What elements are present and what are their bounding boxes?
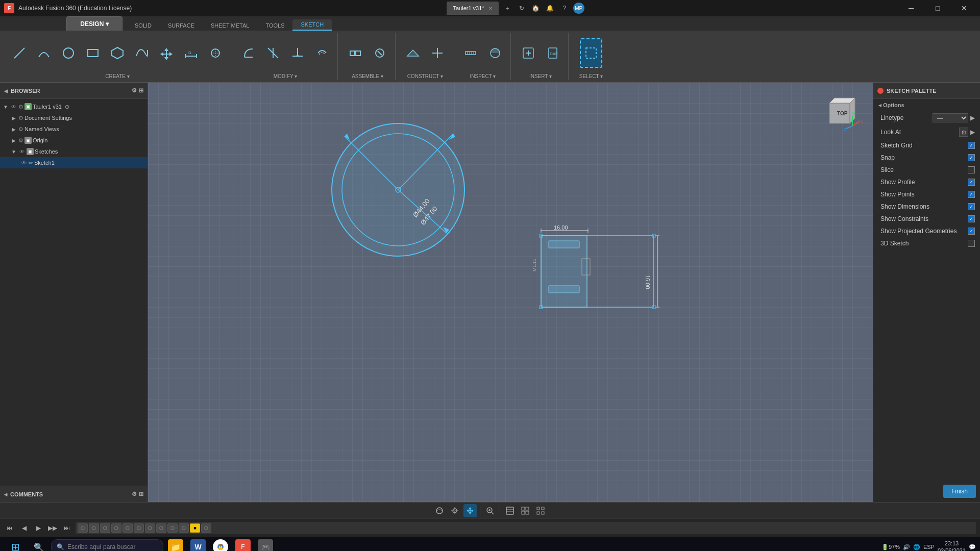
timeline-marker-10[interactable]: ⬡ (179, 523, 189, 533)
linetype-option[interactable]: Linetype — ▶ (873, 111, 980, 125)
toggle-named-views[interactable]: ▶ (10, 126, 17, 133)
timeline-marker-yellow[interactable]: ■ (190, 523, 200, 533)
comments-settings-icon[interactable]: ⚙ (132, 491, 137, 497)
timeline-marker-9[interactable]: ⬡ (167, 523, 178, 533)
tab-tools[interactable]: TOOLS (257, 20, 292, 31)
tab-sheetmetal[interactable]: SHEET METAL (203, 20, 257, 31)
timeline-marker-7[interactable]: ⬡ (145, 523, 155, 533)
insert-group-label[interactable]: INSERT ▾ (529, 73, 552, 80)
eye-root[interactable]: 👁 (10, 103, 17, 110)
timeline-play-button[interactable]: ▶ (33, 522, 44, 534)
options-section[interactable]: ◂ Options (873, 99, 980, 111)
3d-sketch-option[interactable]: 3D Sketch (873, 237, 980, 249)
extend-button[interactable] (286, 38, 309, 68)
timeline-start-button[interactable]: ⏮ (4, 522, 15, 534)
toggle-origin[interactable]: ▶ (10, 137, 17, 144)
minimize-button[interactable]: ─ (899, 0, 923, 16)
snap-option[interactable]: Snap ✓ (873, 152, 980, 164)
show-points-checkbox[interactable]: ✓ (968, 191, 975, 198)
show-points-option[interactable]: Show Points ✓ (873, 188, 980, 201)
tree-item-origin[interactable]: ▶ ⚙ ▣ Origin (0, 135, 148, 146)
taskbar-game[interactable]: 🎮 (255, 538, 276, 551)
canvas-insert-button[interactable] (517, 38, 540, 68)
canvas[interactable]: TOP X Y Z (148, 83, 873, 502)
tree-item-root[interactable]: ▼ 👁 ⚙ ▣ Tauler1 v31 ⊙ (0, 101, 148, 112)
rectangle-button[interactable] (82, 38, 104, 68)
start-button[interactable]: ⊞ (4, 538, 27, 551)
slice-checkbox[interactable] (968, 166, 975, 173)
taskbar-chrome[interactable] (210, 538, 231, 551)
nav-cube[interactable]: TOP X Y Z (822, 93, 863, 134)
home-button[interactable]: 🏠 (530, 3, 542, 14)
tree-item-named-views[interactable]: ▶ ⚙ Named Views (0, 123, 148, 135)
tab-surface[interactable]: SURFACE (160, 20, 203, 31)
show-profile-option[interactable]: Show Profile ✓ (873, 176, 980, 188)
show-profile-checkbox[interactable]: ✓ (968, 179, 975, 186)
linetype-select[interactable]: — (933, 113, 968, 122)
measure-button[interactable] (459, 38, 482, 68)
comments-expand-icon[interactable]: ⊞ (139, 491, 143, 497)
move-sketch-button[interactable] (155, 38, 178, 68)
timeline-marker-3[interactable]: ⬡ (100, 523, 110, 533)
tree-item-doc-settings[interactable]: ▶ ⚙ Document Settings (0, 112, 148, 123)
close-button[interactable]: ✕ (952, 0, 976, 16)
timeline-marker-12[interactable]: ⬡ (201, 523, 211, 533)
finish-button[interactable]: Finish (943, 485, 976, 498)
browser-expand-icon[interactable]: ⊞ (139, 87, 143, 94)
inspect-group-label[interactable]: INSPECT ▾ (470, 73, 496, 80)
notification-button[interactable]: 🔔 (545, 3, 556, 14)
grid-button[interactable] (519, 504, 532, 517)
look-at-button[interactable]: ⊡ (959, 128, 968, 137)
look-at-option[interactable]: Look At ⊡ ▶ (873, 125, 980, 139)
speaker-icon[interactable]: 🔊 (903, 544, 910, 550)
tree-item-sketch1[interactable]: 👁 ✏ Sketch1 (0, 157, 148, 168)
plane-button[interactable] (402, 38, 424, 68)
arc-button[interactable] (33, 38, 55, 68)
browser-settings-icon[interactable]: ⚙ (132, 87, 137, 94)
taskbar-file-explorer[interactable]: 📁 (165, 538, 186, 551)
collapse-browser-icon[interactable]: ◂ (4, 87, 8, 95)
activation-icon[interactable]: ⊙ (65, 104, 69, 110)
collapse-comments-icon[interactable]: ◂ (4, 491, 7, 498)
timeline-marker-1[interactable]: ⬡ (78, 523, 88, 533)
orbit-button[interactable] (433, 504, 446, 517)
project-button[interactable] (204, 38, 227, 68)
taskbar-fusion[interactable]: F (233, 538, 253, 551)
toggle-doc-settings[interactable]: ▶ (10, 114, 17, 121)
taskbar-word[interactable]: W (188, 538, 208, 551)
timeline-marker-6[interactable]: ⬡ (134, 523, 144, 533)
show-dimensions-option[interactable]: Show Dimensions ✓ (873, 201, 980, 213)
show-dimensions-checkbox[interactable]: ✓ (968, 203, 975, 210)
tab-sketch[interactable]: SKETCH (292, 19, 332, 31)
axis-button[interactable] (426, 38, 449, 68)
notification-icon[interactable]: 💬 (969, 544, 976, 550)
line-button[interactable] (8, 38, 31, 68)
network-icon[interactable]: 🌐 (913, 544, 920, 550)
construct-group-label[interactable]: CONSTRUCT ▾ (407, 73, 443, 80)
eye-sketch1[interactable]: 👁 (20, 159, 28, 166)
section-analysis-button[interactable] (484, 38, 506, 68)
toggle-sketches[interactable]: ▼ (10, 148, 17, 155)
dxf-button[interactable]: DXF (542, 38, 564, 68)
tab-solid[interactable]: SOLID (127, 20, 160, 31)
circle-button[interactable] (57, 38, 80, 68)
doc-tab[interactable]: Tauler1 v31* ✕ (447, 2, 498, 15)
linetype-ctrl[interactable]: — ▶ (933, 113, 975, 122)
toggle-root[interactable]: ▼ (2, 103, 9, 110)
timeline-marker-4[interactable]: ⬡ (111, 523, 121, 533)
modify-group-label[interactable]: MODIFY ▾ (274, 73, 297, 80)
timeline-end-button[interactable]: ⏭ (61, 522, 72, 534)
timeline-marker-8[interactable]: ⬡ (156, 523, 166, 533)
fillet-button[interactable] (237, 38, 260, 68)
look-at-ctrl[interactable]: ⊡ ▶ (959, 128, 975, 137)
show-projected-option[interactable]: Show Projected Geometries ✓ (873, 225, 980, 237)
trim-button[interactable] (262, 38, 284, 68)
create-group-label[interactable]: CREATE ▾ (105, 73, 130, 80)
snap-checkbox[interactable]: ✓ (968, 154, 975, 161)
eye-sketches[interactable]: 👁 (18, 148, 26, 155)
dimension-button[interactable]: D (180, 38, 202, 68)
pan-button[interactable] (463, 504, 477, 517)
tree-item-sketches[interactable]: ▼ 👁 ▣ Sketches (0, 146, 148, 157)
show-constraints-checkbox[interactable]: ✓ (968, 215, 975, 222)
offset-button[interactable] (311, 38, 333, 68)
